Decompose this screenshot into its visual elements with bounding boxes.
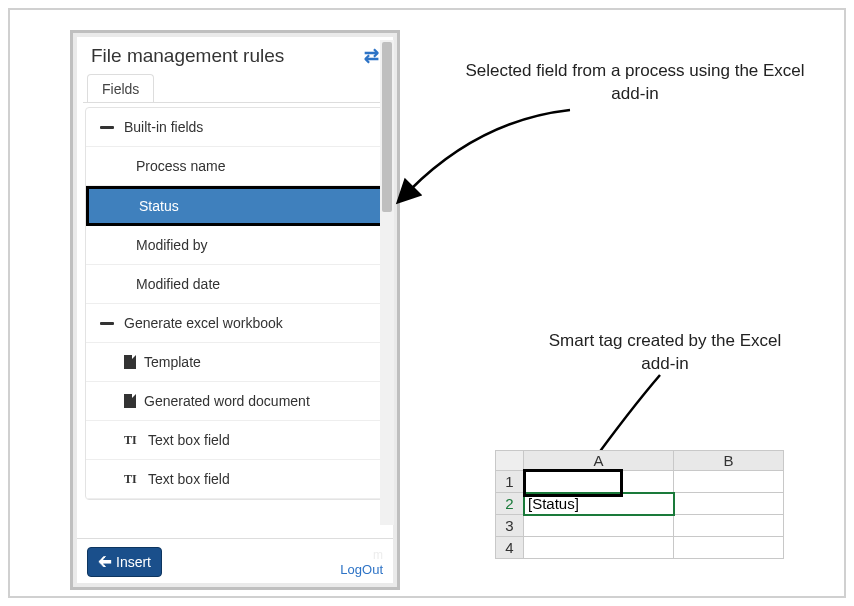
arrow-left-icon: 🡰 [98, 554, 112, 570]
scroll-area: Built-in fields Process name Status Modi… [83, 102, 387, 538]
text-icon: TI [124, 433, 142, 448]
tab-fields[interactable]: Fields [87, 74, 154, 103]
field-modified-by[interactable]: Modified by [86, 226, 384, 265]
logout-link[interactable]: LogOut [340, 562, 383, 577]
column-header-a[interactable]: A [524, 451, 674, 471]
field-label: Template [144, 354, 201, 370]
scrollbar-thumb[interactable] [382, 42, 392, 212]
field-modified-date[interactable]: Modified date [86, 265, 384, 304]
tabs: Fields [77, 73, 393, 102]
select-all-corner[interactable] [496, 451, 524, 471]
collapse-icon [100, 126, 114, 129]
field-label: Text box field [148, 471, 230, 487]
row-header-4[interactable]: 4 [496, 537, 524, 559]
row-header-3[interactable]: 3 [496, 515, 524, 537]
text-icon: TI [124, 472, 142, 487]
cell-b1[interactable] [674, 471, 784, 493]
field-label: Text box field [148, 432, 230, 448]
field-generated-word-document[interactable]: Generated word document [86, 382, 384, 421]
annotation-smart-tag: Smart tag created by the Excel add-in [540, 330, 790, 376]
cell-a1[interactable] [524, 471, 674, 493]
field-label: Modified date [136, 276, 220, 292]
group-generate-excel-workbook[interactable]: Generate excel workbook [86, 304, 384, 343]
scrollbar[interactable] [380, 40, 394, 525]
field-process-name[interactable]: Process name [86, 147, 384, 186]
field-text-box-2[interactable]: TI Text box field [86, 460, 384, 499]
insert-label: Insert [116, 554, 151, 570]
field-status[interactable]: Status [86, 186, 384, 226]
group-label: Built-in fields [124, 119, 203, 135]
arrow-icon [400, 100, 580, 200]
row-header-2[interactable]: 2 [496, 493, 524, 515]
collapse-icon [100, 322, 114, 325]
row-header-1[interactable]: 1 [496, 471, 524, 493]
field-label: Generated word document [144, 393, 310, 409]
pane-footer: 🡰 Insert m LogOut [77, 538, 393, 583]
cell-a4[interactable] [524, 537, 674, 559]
field-text-box-1[interactable]: TI Text box field [86, 421, 384, 460]
pane-header: File management rules ⇄ [77, 37, 393, 73]
cell-a3[interactable] [524, 515, 674, 537]
user-email: m [340, 548, 383, 562]
cell-b3[interactable] [674, 515, 784, 537]
user-block: m LogOut [340, 548, 383, 577]
field-template[interactable]: Template [86, 343, 384, 382]
cell-b2[interactable] [674, 493, 784, 515]
field-label: Status [139, 198, 179, 214]
task-pane-inner: File management rules ⇄ Fields Built-in … [77, 37, 393, 583]
field-tree: Built-in fields Process name Status Modi… [85, 107, 385, 500]
cell-b4[interactable] [674, 537, 784, 559]
pane-title: File management rules [91, 45, 284, 67]
group-label: Generate excel workbook [124, 315, 283, 331]
task-pane: File management rules ⇄ Fields Built-in … [70, 30, 400, 590]
group-built-in-fields[interactable]: Built-in fields [86, 108, 384, 147]
excel-grid: A B 1 2 [Status] 3 4 [495, 450, 784, 559]
cell-a2[interactable]: [Status] [524, 493, 674, 515]
field-label: Modified by [136, 237, 208, 253]
file-icon [124, 355, 136, 369]
diagram-frame: File management rules ⇄ Fields Built-in … [8, 8, 846, 598]
field-label: Process name [136, 158, 225, 174]
file-icon [124, 394, 136, 408]
annotation-selected-field: Selected field from a process using the … [455, 60, 815, 106]
insert-button[interactable]: 🡰 Insert [87, 547, 162, 577]
swap-icon[interactable]: ⇄ [364, 45, 379, 67]
column-header-b[interactable]: B [674, 451, 784, 471]
